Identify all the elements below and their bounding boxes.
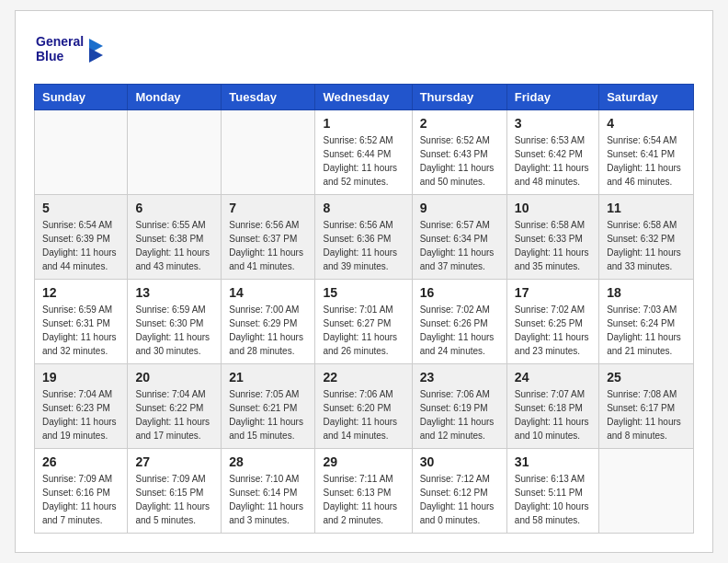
day-info: Sunrise: 7:12 AM Sunset: 6:12 PM Dayligh… — [420, 472, 499, 527]
day-number: 16 — [420, 285, 499, 300]
calendar-day-cell: 17Sunrise: 7:02 AM Sunset: 6:25 PM Dayli… — [506, 280, 598, 364]
calendar-day-cell: 1Sunrise: 6:52 AM Sunset: 6:44 PM Daylig… — [315, 110, 412, 195]
calendar-day-cell: 21Sunrise: 7:05 AM Sunset: 6:21 PM Dayli… — [222, 364, 315, 449]
day-info: Sunrise: 7:01 AM Sunset: 6:27 PM Dayligh… — [323, 303, 404, 358]
calendar-day-cell: 15Sunrise: 7:01 AM Sunset: 6:27 PM Dayli… — [315, 280, 412, 364]
weekday-header-row: SundayMondayTuesdayWednesdayThursdayFrid… — [35, 85, 694, 110]
day-number: 10 — [515, 201, 591, 215]
day-number: 15 — [323, 285, 404, 300]
day-number: 6 — [135, 201, 213, 215]
calendar-week-row: 26Sunrise: 7:09 AM Sunset: 6:16 PM Dayli… — [35, 449, 694, 534]
calendar-day-cell: 10Sunrise: 6:58 AM Sunset: 6:33 PM Dayli… — [506, 195, 598, 280]
day-info: Sunrise: 7:00 AM Sunset: 6:29 PM Dayligh… — [229, 303, 307, 358]
calendar-day-cell: 18Sunrise: 7:03 AM Sunset: 6:24 PM Dayli… — [599, 280, 694, 364]
calendar-day-cell: 28Sunrise: 7:10 AM Sunset: 6:14 PM Dayli… — [222, 449, 315, 534]
day-info: Sunrise: 6:58 AM Sunset: 6:32 PM Dayligh… — [607, 218, 686, 273]
day-info: Sunrise: 7:03 AM Sunset: 6:24 PM Dayligh… — [607, 303, 686, 358]
calendar-week-row: 1Sunrise: 6:52 AM Sunset: 6:44 PM Daylig… — [35, 110, 694, 195]
calendar-day-cell: 2Sunrise: 6:52 AM Sunset: 6:43 PM Daylig… — [412, 110, 506, 195]
calendar-day-cell: 19Sunrise: 7:04 AM Sunset: 6:23 PM Dayli… — [35, 364, 128, 449]
calendar-day-cell: 5Sunrise: 6:54 AM Sunset: 6:39 PM Daylig… — [35, 195, 128, 280]
day-number: 24 — [515, 370, 591, 385]
day-info: Sunrise: 6:56 AM Sunset: 6:36 PM Dayligh… — [323, 218, 404, 273]
day-info: Sunrise: 6:52 AM Sunset: 6:43 PM Dayligh… — [420, 133, 499, 189]
calendar-day-cell — [222, 110, 315, 195]
day-info: Sunrise: 6:54 AM Sunset: 6:39 PM Dayligh… — [42, 218, 119, 273]
calendar-day-cell: 27Sunrise: 7:09 AM Sunset: 6:15 PM Dayli… — [128, 449, 222, 534]
day-number: 17 — [515, 285, 591, 300]
calendar-day-cell — [128, 110, 222, 195]
day-number: 21 — [229, 370, 307, 385]
calendar-day-cell: 26Sunrise: 7:09 AM Sunset: 6:16 PM Dayli… — [35, 449, 128, 534]
day-info: Sunrise: 7:09 AM Sunset: 6:15 PM Dayligh… — [135, 472, 213, 527]
logo-text: General Blue — [34, 29, 108, 75]
day-info: Sunrise: 7:04 AM Sunset: 6:23 PM Dayligh… — [42, 387, 119, 442]
day-number: 18 — [607, 285, 686, 300]
day-info: Sunrise: 6:57 AM Sunset: 6:34 PM Dayligh… — [420, 218, 499, 273]
day-info: Sunrise: 7:06 AM Sunset: 6:19 PM Dayligh… — [420, 387, 499, 442]
day-info: Sunrise: 7:02 AM Sunset: 6:26 PM Dayligh… — [420, 303, 499, 358]
day-info: Sunrise: 7:08 AM Sunset: 6:17 PM Dayligh… — [607, 387, 686, 442]
day-number: 26 — [42, 454, 119, 469]
day-number: 19 — [42, 370, 119, 385]
day-number: 23 — [420, 370, 499, 385]
calendar-header: General Blue — [34, 29, 694, 75]
day-number: 22 — [323, 370, 404, 385]
calendar-day-cell: 8Sunrise: 6:56 AM Sunset: 6:36 PM Daylig… — [315, 195, 412, 280]
day-info: Sunrise: 7:11 AM Sunset: 6:13 PM Dayligh… — [323, 472, 404, 527]
day-info: Sunrise: 6:13 AM Sunset: 5:11 PM Dayligh… — [515, 472, 591, 527]
calendar-day-cell: 12Sunrise: 6:59 AM Sunset: 6:31 PM Dayli… — [35, 280, 128, 364]
calendar-week-row: 19Sunrise: 7:04 AM Sunset: 6:23 PM Dayli… — [35, 364, 694, 449]
day-info: Sunrise: 7:05 AM Sunset: 6:21 PM Dayligh… — [229, 387, 307, 442]
day-info: Sunrise: 6:54 AM Sunset: 6:41 PM Dayligh… — [607, 133, 686, 189]
day-info: Sunrise: 7:02 AM Sunset: 6:25 PM Dayligh… — [515, 303, 591, 358]
calendar-week-row: 5Sunrise: 6:54 AM Sunset: 6:39 PM Daylig… — [35, 195, 694, 280]
calendar-day-cell: 16Sunrise: 7:02 AM Sunset: 6:26 PM Dayli… — [412, 280, 506, 364]
calendar-day-cell: 22Sunrise: 7:06 AM Sunset: 6:20 PM Dayli… — [315, 364, 412, 449]
day-info: Sunrise: 7:10 AM Sunset: 6:14 PM Dayligh… — [229, 472, 307, 527]
day-number: 4 — [607, 116, 686, 131]
calendar-day-cell: 6Sunrise: 6:55 AM Sunset: 6:38 PM Daylig… — [128, 195, 222, 280]
calendar-day-cell: 11Sunrise: 6:58 AM Sunset: 6:32 PM Dayli… — [599, 195, 694, 280]
weekday-header-saturday: Saturday — [599, 85, 694, 110]
calendar-day-cell: 29Sunrise: 7:11 AM Sunset: 6:13 PM Dayli… — [315, 449, 412, 534]
calendar-container: General Blue SundayMondayTuesdayWednesda… — [15, 10, 713, 553]
day-number: 8 — [323, 201, 404, 215]
day-number: 3 — [515, 116, 591, 131]
day-number: 29 — [323, 454, 404, 469]
day-info: Sunrise: 6:59 AM Sunset: 6:31 PM Dayligh… — [42, 303, 119, 358]
calendar-day-cell: 23Sunrise: 7:06 AM Sunset: 6:19 PM Dayli… — [412, 364, 506, 449]
day-number: 20 — [135, 370, 213, 385]
calendar-day-cell: 9Sunrise: 6:57 AM Sunset: 6:34 PM Daylig… — [412, 195, 506, 280]
day-info: Sunrise: 7:09 AM Sunset: 6:16 PM Dayligh… — [42, 472, 119, 527]
weekday-header-tuesday: Tuesday — [222, 85, 315, 110]
day-number: 12 — [42, 285, 119, 300]
day-info: Sunrise: 6:56 AM Sunset: 6:37 PM Dayligh… — [229, 218, 307, 273]
day-number: 13 — [135, 285, 213, 300]
day-number: 5 — [42, 201, 119, 215]
day-number: 14 — [229, 285, 307, 300]
calendar-table: SundayMondayTuesdayWednesdayThursdayFrid… — [34, 84, 694, 534]
day-info: Sunrise: 7:06 AM Sunset: 6:20 PM Dayligh… — [323, 387, 404, 442]
calendar-day-cell: 30Sunrise: 7:12 AM Sunset: 6:12 PM Dayli… — [412, 449, 506, 534]
day-number: 27 — [135, 454, 213, 469]
day-number: 31 — [515, 454, 591, 469]
svg-marker-3 — [89, 48, 103, 63]
svg-text:General: General — [36, 34, 84, 49]
day-number: 30 — [420, 454, 499, 469]
logo: General Blue — [34, 29, 108, 75]
calendar-day-cell — [599, 449, 694, 534]
calendar-day-cell: 20Sunrise: 7:04 AM Sunset: 6:22 PM Dayli… — [128, 364, 222, 449]
day-info: Sunrise: 6:53 AM Sunset: 6:42 PM Dayligh… — [515, 133, 591, 189]
day-info: Sunrise: 6:55 AM Sunset: 6:38 PM Dayligh… — [135, 218, 213, 273]
svg-text:Blue: Blue — [36, 49, 64, 63]
day-number: 11 — [607, 201, 686, 215]
calendar-day-cell: 4Sunrise: 6:54 AM Sunset: 6:41 PM Daylig… — [599, 110, 694, 195]
calendar-day-cell: 25Sunrise: 7:08 AM Sunset: 6:17 PM Dayli… — [599, 364, 694, 449]
weekday-header-wednesday: Wednesday — [315, 85, 412, 110]
day-number: 9 — [420, 201, 499, 215]
calendar-day-cell: 31Sunrise: 6:13 AM Sunset: 5:11 PM Dayli… — [506, 449, 598, 534]
day-number: 25 — [607, 370, 686, 385]
calendar-day-cell: 24Sunrise: 7:07 AM Sunset: 6:18 PM Dayli… — [506, 364, 598, 449]
calendar-day-cell: 3Sunrise: 6:53 AM Sunset: 6:42 PM Daylig… — [506, 110, 598, 195]
